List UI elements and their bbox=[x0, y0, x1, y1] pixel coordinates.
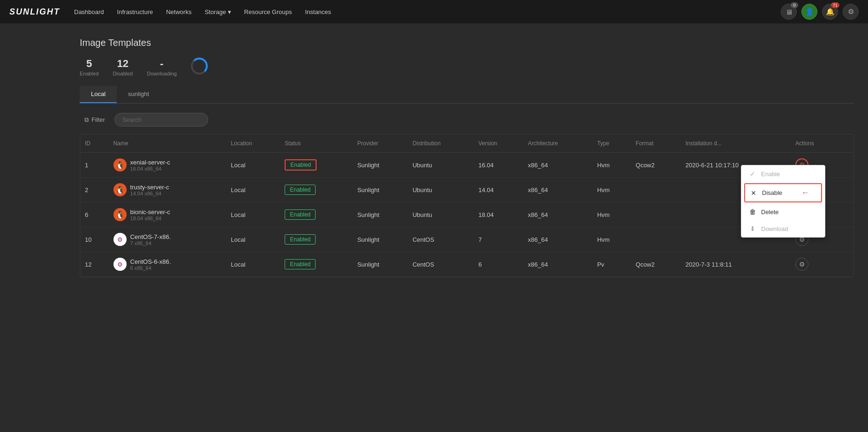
name-main: trusty-server-c bbox=[130, 184, 169, 191]
bell-button[interactable]: 🔔 71 bbox=[822, 4, 838, 20]
monitor-button[interactable]: 🖥 0 bbox=[781, 4, 797, 20]
col-install-date: Installation d... bbox=[681, 134, 791, 153]
nav-instances[interactable]: Instances bbox=[305, 8, 331, 15]
menu-download-label: Download bbox=[761, 225, 788, 232]
loading-spinner bbox=[191, 58, 210, 76]
cell-type: Hvm bbox=[592, 153, 631, 178]
content: Image Templates 5 Enabled 12 Disabled - … bbox=[0, 23, 868, 291]
cell-format bbox=[631, 227, 681, 252]
col-architecture: Architecture bbox=[523, 134, 593, 153]
nav-dashboard[interactable]: Dashboard bbox=[74, 8, 104, 15]
image-templates-table: ID Name Location Status Provider Distrib… bbox=[80, 134, 853, 277]
stat-enabled: 5 Enabled bbox=[80, 58, 98, 76]
filter-row: ⧉ Filter bbox=[80, 113, 854, 127]
name-main: CentOS-6-x86. bbox=[130, 258, 171, 265]
filter-icon: ⧉ bbox=[84, 116, 89, 124]
cell-location: Local bbox=[226, 153, 280, 178]
table-header-row: ID Name Location Status Provider Distrib… bbox=[80, 134, 853, 153]
menu-item-enable: ✓ Enable bbox=[741, 165, 825, 182]
tab-local[interactable]: Local bbox=[80, 86, 117, 103]
cell-arch: x86_64 bbox=[523, 202, 593, 227]
cell-name: 🐧 bionic-server-c 18.04 x86_64 bbox=[109, 202, 226, 227]
status-badge: Enabled bbox=[285, 234, 316, 245]
cell-status: Enabled bbox=[280, 252, 353, 277]
status-badge: Enabled bbox=[285, 185, 316, 195]
name-sub: 16.04 x86_64 bbox=[130, 166, 170, 171]
cell-version: 18.04 bbox=[474, 202, 523, 227]
user-button[interactable]: 👤 bbox=[801, 4, 817, 20]
tab-sunlight[interactable]: sunlight bbox=[117, 86, 160, 103]
tabs: Local sunlight bbox=[80, 86, 854, 104]
stat-disabled: 12 Disabled bbox=[113, 58, 133, 76]
table-row: 2 🐧 trusty-server-c 14.04 x86_64 Local E… bbox=[80, 178, 853, 202]
nav-resource-groups[interactable]: Resource Groups bbox=[244, 8, 292, 15]
cell-provider: Sunlight bbox=[353, 178, 408, 202]
cell-format: Qcow2 bbox=[631, 252, 681, 277]
name-sub: 14.04 x86_64 bbox=[130, 191, 169, 196]
monitor-badge: 0 bbox=[791, 2, 798, 8]
cell-provider: Sunlight bbox=[353, 202, 408, 227]
menu-item-delete[interactable]: 🗑 Delete bbox=[741, 203, 825, 220]
cell-distribution: CentOS bbox=[408, 227, 474, 252]
ubuntu-icon: 🐧 bbox=[113, 158, 127, 171]
cell-id: 10 bbox=[80, 227, 109, 252]
nav-infrastructure[interactable]: Infrastructure bbox=[117, 8, 153, 15]
col-id: ID bbox=[80, 134, 109, 153]
name-main: CentOS-7-x86. bbox=[130, 233, 171, 240]
filter-button[interactable]: ⧉ Filter bbox=[80, 113, 110, 127]
table-row: 1 🐧 xenial-server-c 16.04 x86_64 Local E… bbox=[80, 153, 853, 178]
col-provider: Provider bbox=[353, 134, 408, 153]
bell-badge: 71 bbox=[831, 2, 839, 8]
enabled-number: 5 bbox=[80, 58, 98, 70]
ubuntu-icon: 🐧 bbox=[113, 183, 127, 196]
col-type: Type bbox=[592, 134, 631, 153]
search-input[interactable] bbox=[114, 113, 208, 127]
page-title: Image Templates bbox=[80, 37, 854, 48]
name-sub: 6 x86_64 bbox=[130, 265, 171, 271]
cell-distribution: CentOS bbox=[408, 252, 474, 277]
status-badge: Enabled bbox=[285, 259, 316, 269]
stat-downloading: - Downloading bbox=[147, 58, 177, 76]
cell-name: 🐧 trusty-server-c 14.04 x86_64 bbox=[109, 178, 226, 202]
cell-type: Pv bbox=[592, 252, 631, 277]
cell-format bbox=[631, 202, 681, 227]
nav-links: Dashboard Infrastructure Networks Storag… bbox=[74, 8, 767, 15]
cell-version: 7 bbox=[474, 227, 523, 252]
col-format: Format bbox=[631, 134, 681, 153]
nav-storage[interactable]: Storage ▾ bbox=[204, 8, 231, 15]
stats-row: 5 Enabled 12 Disabled - Downloading bbox=[80, 58, 854, 76]
cell-id: 12 bbox=[80, 252, 109, 277]
menu-disable-label: Disable bbox=[762, 189, 782, 196]
cell-id: 6 bbox=[80, 202, 109, 227]
cell-distribution: Ubuntu bbox=[408, 153, 474, 178]
cell-arch: x86_64 bbox=[523, 153, 593, 178]
ubuntu-icon: 🐧 bbox=[113, 208, 127, 221]
cell-name: ⚙ CentOS-6-x86. 6 x86_64 bbox=[109, 252, 226, 277]
cell-provider: Sunlight bbox=[353, 252, 408, 277]
cell-arch: x86_64 bbox=[523, 252, 593, 277]
menu-item-disable[interactable]: ✕ Disable ← bbox=[744, 183, 822, 202]
monitor-icon: 🖥 bbox=[785, 8, 793, 16]
table-row: 10 ⚙ CentOS-7-x86. 7 x86_64 Local Enable… bbox=[80, 227, 853, 252]
user-icon: 👤 bbox=[805, 7, 814, 16]
enabled-label: Enabled bbox=[80, 71, 98, 76]
cell-version: 6 bbox=[474, 252, 523, 277]
name-main: xenial-server-c bbox=[130, 159, 170, 166]
cell-provider: Sunlight bbox=[353, 153, 408, 178]
name-sub: 7 x86_64 bbox=[130, 240, 171, 246]
cell-actions: ⚙ bbox=[791, 252, 853, 277]
cell-status: Enabled bbox=[280, 153, 353, 178]
cell-format bbox=[631, 178, 681, 202]
cell-status: Enabled bbox=[280, 178, 353, 202]
settings-button[interactable]: ⚙ bbox=[843, 4, 859, 20]
cell-distribution: Ubuntu bbox=[408, 178, 474, 202]
actions-gear-button[interactable]: ⚙ bbox=[795, 258, 808, 271]
settings-icon: ⚙ bbox=[848, 7, 854, 16]
disabled-label: Disabled bbox=[113, 71, 133, 76]
nav-networks[interactable]: Networks bbox=[166, 8, 191, 15]
disabled-number: 12 bbox=[113, 58, 133, 70]
cell-version: 16.04 bbox=[474, 153, 523, 178]
name-main: bionic-server-c bbox=[130, 209, 170, 216]
cell-type: Hvm bbox=[592, 202, 631, 227]
x-icon: ✕ bbox=[750, 189, 757, 197]
